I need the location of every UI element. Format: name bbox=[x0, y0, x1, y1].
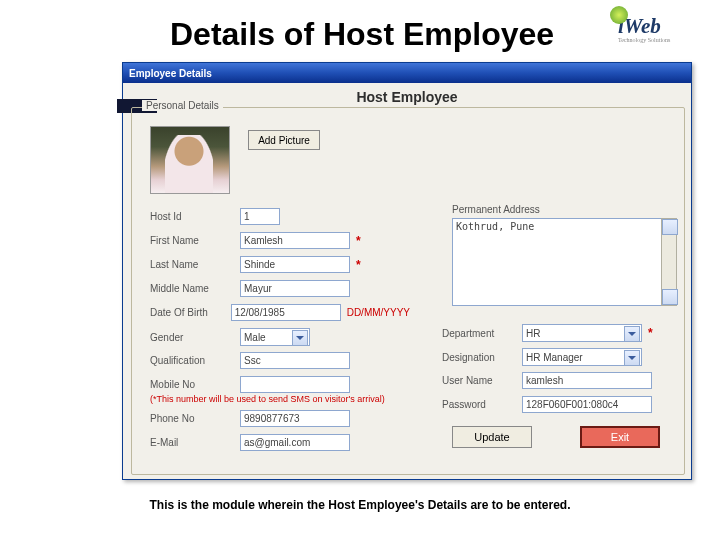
label-password: Password bbox=[442, 399, 522, 410]
logo-burst-icon bbox=[610, 6, 628, 24]
employee-photo bbox=[150, 126, 230, 194]
label-designation: Designation bbox=[442, 352, 522, 363]
label-phone: Phone No bbox=[150, 413, 240, 424]
row-designation: Designation HR Manager bbox=[442, 348, 642, 366]
add-picture-button[interactable]: Add Picture bbox=[248, 130, 320, 150]
password-input[interactable] bbox=[522, 396, 652, 413]
label-department: Department bbox=[442, 328, 522, 339]
required-mark: * bbox=[350, 258, 361, 272]
window-titlebar[interactable]: Employee Details bbox=[123, 63, 691, 83]
middle-name-input[interactable] bbox=[240, 280, 350, 297]
label-first-name: First Name bbox=[150, 235, 240, 246]
qualification-input[interactable] bbox=[240, 352, 350, 369]
row-middle-name: Middle Name bbox=[150, 280, 410, 297]
gender-value: Male bbox=[244, 332, 266, 343]
exit-button[interactable]: Exit bbox=[580, 426, 660, 448]
label-gender: Gender bbox=[150, 332, 240, 343]
logo-subtext: Technology Solutions bbox=[618, 37, 690, 43]
label-mobile: Mobile No bbox=[150, 379, 240, 390]
designation-select[interactable]: HR Manager bbox=[522, 348, 642, 366]
department-select[interactable]: HR bbox=[522, 324, 642, 342]
update-button[interactable]: Update bbox=[452, 426, 532, 448]
label-middle-name: Middle Name bbox=[150, 283, 240, 294]
email-input[interactable] bbox=[240, 434, 350, 451]
host-id-input[interactable] bbox=[240, 208, 280, 225]
gender-select[interactable]: Male bbox=[240, 328, 310, 346]
required-mark: * bbox=[642, 326, 653, 340]
address-scrollbar[interactable] bbox=[661, 218, 677, 306]
required-mark: * bbox=[350, 234, 361, 248]
designation-value: HR Manager bbox=[526, 352, 583, 363]
slide-caption: This is the module wherein the Host Empl… bbox=[0, 498, 720, 512]
row-password: Password bbox=[442, 396, 652, 413]
label-address: Permanent Address bbox=[452, 204, 540, 215]
window-title: Employee Details bbox=[129, 68, 212, 79]
row-first-name: First Name * bbox=[150, 232, 410, 249]
row-email: E-Mail bbox=[150, 434, 410, 451]
personal-details-group: Personal Details Add Picture Host Id Fir… bbox=[131, 107, 685, 475]
row-last-name: Last Name * bbox=[150, 256, 410, 273]
row-qualification: Qualification bbox=[150, 352, 410, 369]
label-username: User Name bbox=[442, 375, 522, 386]
hint-date-format: DD/MM/YYYY bbox=[341, 307, 410, 318]
last-name-input[interactable] bbox=[240, 256, 350, 273]
label-dob: Date Of Birth bbox=[150, 307, 231, 318]
label-qualification: Qualification bbox=[150, 355, 240, 366]
username-input[interactable] bbox=[522, 372, 652, 389]
mobile-input[interactable] bbox=[240, 376, 350, 393]
brand-logo: iWeb Technology Solutions bbox=[618, 14, 690, 54]
slide-title: Details of Host Employee bbox=[170, 16, 554, 53]
hint-mobile: (*This number will be used to send SMS o… bbox=[150, 394, 385, 404]
row-gender: Gender Male bbox=[150, 328, 410, 346]
row-mobile: Mobile No bbox=[150, 376, 410, 393]
phone-input[interactable] bbox=[240, 410, 350, 427]
row-dob: Date Of Birth DD/MM/YYYY bbox=[150, 304, 410, 321]
row-department: Department HR * bbox=[442, 324, 653, 342]
row-phone: Phone No bbox=[150, 410, 410, 427]
row-username: User Name bbox=[442, 372, 652, 389]
dob-input[interactable] bbox=[231, 304, 341, 321]
row-mobile-hint: (*This number will be used to send SMS o… bbox=[150, 394, 470, 404]
row-host-id: Host Id bbox=[150, 208, 410, 225]
employee-details-window: Employee Details Host Employee Personal … bbox=[122, 62, 692, 480]
label-email: E-Mail bbox=[150, 437, 240, 448]
label-last-name: Last Name bbox=[150, 259, 240, 270]
department-value: HR bbox=[526, 328, 540, 339]
first-name-input[interactable] bbox=[240, 232, 350, 249]
address-textarea[interactable] bbox=[452, 218, 662, 306]
label-host-id: Host Id bbox=[150, 211, 240, 222]
